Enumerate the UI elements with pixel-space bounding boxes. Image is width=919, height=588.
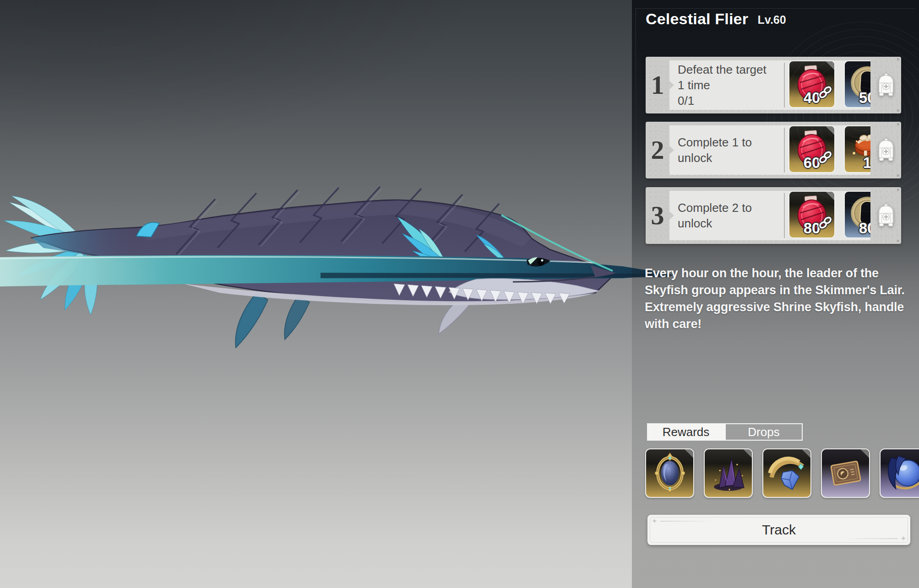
chain-link-icon — [818, 85, 832, 100]
reward-tile-coin[interactable]: 50 — [844, 60, 870, 108]
reward-tile-seal[interactable]: 40 — [788, 60, 835, 108]
objective-number: 1 — [646, 72, 669, 98]
sparkle-icon: ✦ — [900, 534, 906, 543]
reward-item-mirror-medallion[interactable] — [645, 448, 694, 498]
title-row: Celestial Flier Lv.60 — [646, 10, 786, 28]
objective-text: Defeat the target 1 time 0/1 — [678, 62, 767, 108]
objective-card-2: 2 Complete 1 to unlock 60 1 — [646, 122, 901, 178]
objective-number: 3 — [646, 202, 669, 229]
bronze-plaque-card-icon — [824, 452, 867, 495]
objective-text: Complete 1 to unlock — [678, 135, 752, 166]
objective-line: Defeat the target — [678, 62, 767, 77]
reward-chest-icon[interactable] — [875, 73, 897, 97]
reward-count: 50 — [845, 89, 870, 107]
panel-left-divider — [636, 8, 636, 205]
mirror-medallion-icon — [649, 452, 691, 494]
tab-rewards[interactable]: Rewards — [647, 423, 725, 441]
objective-card-body: Defeat the target 1 time 0/1 40 50 — [669, 60, 870, 110]
golden-crescent-blue-crystal-icon — [766, 452, 809, 495]
objective-number: 2 — [646, 137, 669, 163]
boss-info-panel: Celestial Flier Lv.60 1 Defeat the targe… — [632, 0, 919, 588]
sparkle-icon: ✦ — [652, 517, 658, 525]
reward-tile-coin[interactable]: 80 — [844, 191, 870, 238]
panel-top-divider — [636, 8, 915, 9]
level-badge: Lv.60 — [758, 13, 786, 27]
reward-item-bronze-plaque[interactable] — [821, 448, 870, 498]
card-divider — [784, 63, 785, 108]
sparkle-line — [843, 538, 897, 539]
objective-text: Complete 2 to unlock — [678, 200, 752, 231]
reward-item-golden-crescent[interactable] — [762, 448, 811, 498]
page-title: Celestial Flier — [646, 10, 748, 27]
objective-line: Complete 1 to — [678, 135, 752, 150]
objective-card-body: Complete 2 to unlock 80 80 — [669, 191, 870, 240]
boss-description: Every hour on the hour, the leader of th… — [645, 265, 914, 333]
reward-tile-gift[interactable]: 1 — [844, 125, 870, 173]
track-button-label: Track — [762, 522, 796, 537]
objective-card-3: 3 Complete 2 to unlock 80 80 — [646, 187, 901, 244]
game-screen: Celestial Flier Lv.60 1 Defeat the targe… — [0, 0, 919, 588]
chain-link-icon — [818, 216, 832, 230]
reward-tile-seal[interactable]: 60 — [788, 125, 835, 173]
tab-drops[interactable]: Drops — [725, 423, 803, 441]
reward-chest-icon[interactable] — [875, 138, 897, 162]
objective-line: unlock — [678, 150, 752, 166]
objective-progress: 0/1 — [678, 93, 767, 108]
reward-count: 80 — [845, 220, 870, 237]
chain-link-icon — [818, 150, 832, 165]
sparkle-line — [660, 521, 715, 522]
reward-count: 1 — [845, 154, 870, 172]
purple-crystal-cluster-icon — [707, 452, 750, 495]
reward-tile-seal[interactable]: 80 — [788, 191, 835, 238]
card-divider — [784, 128, 785, 173]
blue-orb-dark-claw-icon — [883, 452, 919, 495]
track-button[interactable]: Track ✦ ✦ — [647, 515, 910, 545]
reward-item-blue-orb[interactable] — [880, 448, 919, 498]
objective-card-1: 1 Defeat the target 1 time 0/1 40 50 — [646, 57, 901, 113]
card-divider — [784, 193, 785, 238]
objective-line: 1 time — [678, 77, 767, 93]
objective-line: unlock — [678, 216, 752, 231]
celestial-flier-model — [0, 142, 687, 361]
objective-card-body: Complete 1 to unlock 60 1 — [669, 125, 870, 175]
reward-tabs: Rewards Drops — [647, 423, 803, 441]
objective-line: Complete 2 to — [678, 200, 752, 216]
reward-item-purple-crystals[interactable] — [704, 448, 753, 498]
reward-chest-icon[interactable] — [875, 203, 897, 228]
